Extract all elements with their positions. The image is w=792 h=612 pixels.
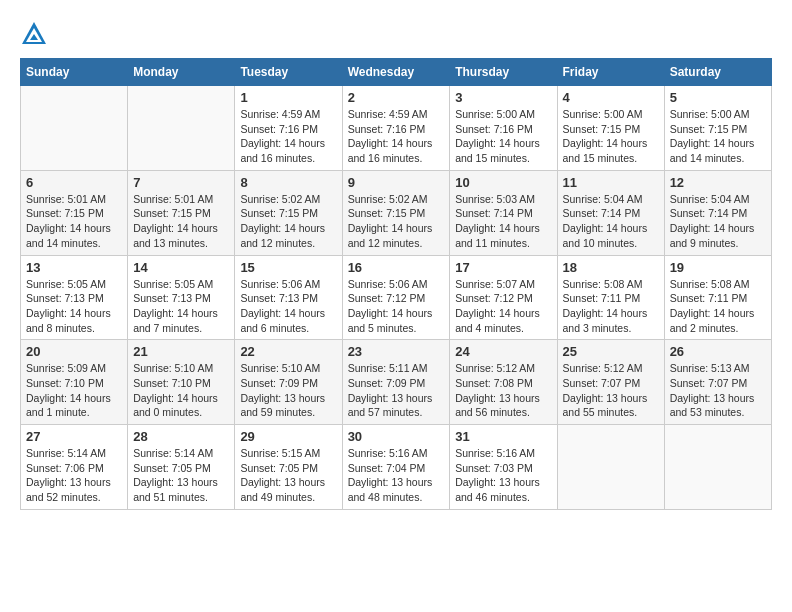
- day-number: 2: [348, 90, 445, 105]
- day-info: Sunrise: 5:06 AM Sunset: 7:12 PM Dayligh…: [348, 277, 445, 336]
- day-number: 27: [26, 429, 122, 444]
- calendar-cell: 2Sunrise: 4:59 AM Sunset: 7:16 PM Daylig…: [342, 86, 450, 171]
- day-info: Sunrise: 5:12 AM Sunset: 7:08 PM Dayligh…: [455, 361, 551, 420]
- day-number: 23: [348, 344, 445, 359]
- day-info: Sunrise: 5:05 AM Sunset: 7:13 PM Dayligh…: [133, 277, 229, 336]
- calendar-cell: 3Sunrise: 5:00 AM Sunset: 7:16 PM Daylig…: [450, 86, 557, 171]
- calendar-cell: 1Sunrise: 4:59 AM Sunset: 7:16 PM Daylig…: [235, 86, 342, 171]
- day-header-thursday: Thursday: [450, 59, 557, 86]
- day-number: 3: [455, 90, 551, 105]
- day-info: Sunrise: 5:10 AM Sunset: 7:09 PM Dayligh…: [240, 361, 336, 420]
- day-info: Sunrise: 5:08 AM Sunset: 7:11 PM Dayligh…: [670, 277, 766, 336]
- calendar-cell: 25Sunrise: 5:12 AM Sunset: 7:07 PM Dayli…: [557, 340, 664, 425]
- day-number: 24: [455, 344, 551, 359]
- day-number: 18: [563, 260, 659, 275]
- page-header: [20, 20, 772, 48]
- day-info: Sunrise: 5:15 AM Sunset: 7:05 PM Dayligh…: [240, 446, 336, 505]
- day-number: 8: [240, 175, 336, 190]
- day-info: Sunrise: 5:11 AM Sunset: 7:09 PM Dayligh…: [348, 361, 445, 420]
- day-number: 29: [240, 429, 336, 444]
- day-number: 20: [26, 344, 122, 359]
- calendar-cell: [557, 425, 664, 510]
- day-number: 1: [240, 90, 336, 105]
- calendar-cell: 30Sunrise: 5:16 AM Sunset: 7:04 PM Dayli…: [342, 425, 450, 510]
- calendar-cell: 23Sunrise: 5:11 AM Sunset: 7:09 PM Dayli…: [342, 340, 450, 425]
- day-info: Sunrise: 5:01 AM Sunset: 7:15 PM Dayligh…: [133, 192, 229, 251]
- day-number: 11: [563, 175, 659, 190]
- day-number: 26: [670, 344, 766, 359]
- calendar-cell: 22Sunrise: 5:10 AM Sunset: 7:09 PM Dayli…: [235, 340, 342, 425]
- day-info: Sunrise: 5:13 AM Sunset: 7:07 PM Dayligh…: [670, 361, 766, 420]
- logo: [20, 20, 52, 48]
- logo-icon: [20, 20, 48, 48]
- day-number: 31: [455, 429, 551, 444]
- day-header-monday: Monday: [128, 59, 235, 86]
- calendar-cell: 8Sunrise: 5:02 AM Sunset: 7:15 PM Daylig…: [235, 170, 342, 255]
- day-info: Sunrise: 5:00 AM Sunset: 7:15 PM Dayligh…: [563, 107, 659, 166]
- day-header-sunday: Sunday: [21, 59, 128, 86]
- header-row: SundayMondayTuesdayWednesdayThursdayFrid…: [21, 59, 772, 86]
- week-row-2: 6Sunrise: 5:01 AM Sunset: 7:15 PM Daylig…: [21, 170, 772, 255]
- calendar-cell: 10Sunrise: 5:03 AM Sunset: 7:14 PM Dayli…: [450, 170, 557, 255]
- week-row-3: 13Sunrise: 5:05 AM Sunset: 7:13 PM Dayli…: [21, 255, 772, 340]
- day-number: 7: [133, 175, 229, 190]
- calendar-cell: [128, 86, 235, 171]
- day-info: Sunrise: 5:07 AM Sunset: 7:12 PM Dayligh…: [455, 277, 551, 336]
- calendar-cell: 28Sunrise: 5:14 AM Sunset: 7:05 PM Dayli…: [128, 425, 235, 510]
- day-info: Sunrise: 5:01 AM Sunset: 7:15 PM Dayligh…: [26, 192, 122, 251]
- day-number: 13: [26, 260, 122, 275]
- day-info: Sunrise: 5:00 AM Sunset: 7:15 PM Dayligh…: [670, 107, 766, 166]
- day-number: 14: [133, 260, 229, 275]
- day-number: 5: [670, 90, 766, 105]
- day-number: 6: [26, 175, 122, 190]
- calendar-cell: 31Sunrise: 5:16 AM Sunset: 7:03 PM Dayli…: [450, 425, 557, 510]
- calendar-cell: 7Sunrise: 5:01 AM Sunset: 7:15 PM Daylig…: [128, 170, 235, 255]
- calendar-cell: 9Sunrise: 5:02 AM Sunset: 7:15 PM Daylig…: [342, 170, 450, 255]
- day-info: Sunrise: 5:02 AM Sunset: 7:15 PM Dayligh…: [348, 192, 445, 251]
- day-info: Sunrise: 5:16 AM Sunset: 7:03 PM Dayligh…: [455, 446, 551, 505]
- day-info: Sunrise: 4:59 AM Sunset: 7:16 PM Dayligh…: [240, 107, 336, 166]
- calendar-cell: 16Sunrise: 5:06 AM Sunset: 7:12 PM Dayli…: [342, 255, 450, 340]
- day-header-saturday: Saturday: [664, 59, 771, 86]
- calendar-cell: 6Sunrise: 5:01 AM Sunset: 7:15 PM Daylig…: [21, 170, 128, 255]
- calendar-cell: 27Sunrise: 5:14 AM Sunset: 7:06 PM Dayli…: [21, 425, 128, 510]
- day-info: Sunrise: 5:00 AM Sunset: 7:16 PM Dayligh…: [455, 107, 551, 166]
- day-number: 4: [563, 90, 659, 105]
- calendar-cell: 18Sunrise: 5:08 AM Sunset: 7:11 PM Dayli…: [557, 255, 664, 340]
- calendar-cell: 14Sunrise: 5:05 AM Sunset: 7:13 PM Dayli…: [128, 255, 235, 340]
- day-number: 16: [348, 260, 445, 275]
- week-row-4: 20Sunrise: 5:09 AM Sunset: 7:10 PM Dayli…: [21, 340, 772, 425]
- day-info: Sunrise: 5:14 AM Sunset: 7:06 PM Dayligh…: [26, 446, 122, 505]
- calendar-cell: 29Sunrise: 5:15 AM Sunset: 7:05 PM Dayli…: [235, 425, 342, 510]
- day-info: Sunrise: 5:06 AM Sunset: 7:13 PM Dayligh…: [240, 277, 336, 336]
- week-row-5: 27Sunrise: 5:14 AM Sunset: 7:06 PM Dayli…: [21, 425, 772, 510]
- calendar-cell: 5Sunrise: 5:00 AM Sunset: 7:15 PM Daylig…: [664, 86, 771, 171]
- calendar-cell: 12Sunrise: 5:04 AM Sunset: 7:14 PM Dayli…: [664, 170, 771, 255]
- day-number: 25: [563, 344, 659, 359]
- day-header-friday: Friday: [557, 59, 664, 86]
- day-number: 12: [670, 175, 766, 190]
- calendar-cell: 13Sunrise: 5:05 AM Sunset: 7:13 PM Dayli…: [21, 255, 128, 340]
- day-number: 28: [133, 429, 229, 444]
- calendar-cell: 11Sunrise: 5:04 AM Sunset: 7:14 PM Dayli…: [557, 170, 664, 255]
- day-number: 21: [133, 344, 229, 359]
- calendar-table: SundayMondayTuesdayWednesdayThursdayFrid…: [20, 58, 772, 510]
- calendar-cell: 19Sunrise: 5:08 AM Sunset: 7:11 PM Dayli…: [664, 255, 771, 340]
- calendar-cell: 15Sunrise: 5:06 AM Sunset: 7:13 PM Dayli…: [235, 255, 342, 340]
- calendar-cell: 21Sunrise: 5:10 AM Sunset: 7:10 PM Dayli…: [128, 340, 235, 425]
- calendar-cell: 17Sunrise: 5:07 AM Sunset: 7:12 PM Dayli…: [450, 255, 557, 340]
- day-info: Sunrise: 5:12 AM Sunset: 7:07 PM Dayligh…: [563, 361, 659, 420]
- day-info: Sunrise: 5:08 AM Sunset: 7:11 PM Dayligh…: [563, 277, 659, 336]
- day-info: Sunrise: 5:03 AM Sunset: 7:14 PM Dayligh…: [455, 192, 551, 251]
- day-header-tuesday: Tuesday: [235, 59, 342, 86]
- day-info: Sunrise: 5:04 AM Sunset: 7:14 PM Dayligh…: [563, 192, 659, 251]
- day-number: 15: [240, 260, 336, 275]
- day-header-wednesday: Wednesday: [342, 59, 450, 86]
- day-number: 19: [670, 260, 766, 275]
- calendar-cell: 4Sunrise: 5:00 AM Sunset: 7:15 PM Daylig…: [557, 86, 664, 171]
- day-info: Sunrise: 5:14 AM Sunset: 7:05 PM Dayligh…: [133, 446, 229, 505]
- day-info: Sunrise: 5:10 AM Sunset: 7:10 PM Dayligh…: [133, 361, 229, 420]
- day-number: 22: [240, 344, 336, 359]
- day-number: 30: [348, 429, 445, 444]
- day-info: Sunrise: 5:09 AM Sunset: 7:10 PM Dayligh…: [26, 361, 122, 420]
